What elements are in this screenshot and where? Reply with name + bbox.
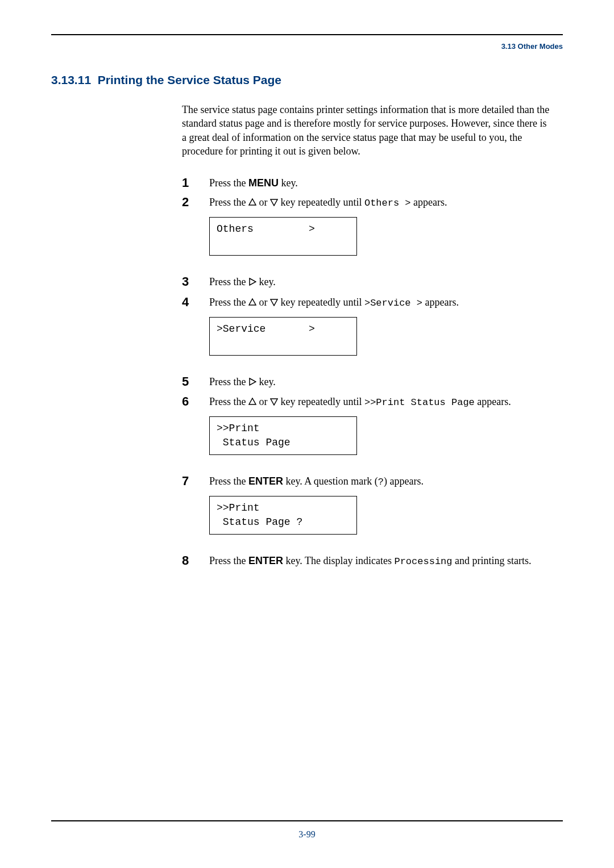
lcd-display-service: >Service > [209, 317, 357, 356]
step-text: Press the [209, 396, 248, 407]
menu-key-label: MENU [248, 177, 279, 189]
step-text: Press the [209, 177, 248, 189]
step-text: Press the [209, 555, 248, 566]
step-text-mid: key repeatedly until [278, 297, 364, 308]
step-text-mid: key repeatedly until [278, 396, 364, 407]
triangle-down-icon [270, 395, 278, 409]
enter-key-label: ENTER [248, 475, 283, 487]
bottom-rule [51, 820, 563, 821]
mono-text: >>Print Status Page [364, 397, 475, 408]
intro-paragraph: The service status page contains printer… [182, 103, 551, 158]
step-number: 3 [182, 275, 209, 289]
triangle-right-icon [248, 375, 256, 389]
step-body: Press the or key repeatedly until >>Prin… [209, 395, 551, 469]
svg-marker-2 [250, 278, 256, 285]
triangle-up-icon [248, 296, 256, 310]
mono-text: Others > [364, 198, 411, 208]
section-title-number: 3.13.11 [51, 73, 91, 86]
step-text-suffix: key. [256, 276, 276, 287]
svg-marker-5 [250, 378, 256, 385]
step-text: Press the [209, 475, 248, 487]
triangle-down-icon [270, 196, 278, 210]
section-title: 3.13.11 Printing the Service Status Page [51, 73, 563, 87]
header-section-label: 3.13 Other Modes [51, 42, 563, 51]
svg-marker-3 [249, 299, 256, 305]
step-text-suffix: appears. [422, 297, 459, 308]
step-text-suffix: ) appears. [384, 475, 424, 487]
triangle-up-icon [248, 196, 256, 210]
step-body: Press the or key repeatedly until Others… [209, 195, 551, 269]
step-8: 8 Press the ENTER key. The display indic… [182, 554, 551, 569]
svg-marker-6 [249, 398, 256, 404]
svg-marker-4 [271, 299, 277, 306]
svg-marker-0 [249, 199, 256, 205]
step-6: 6 Press the or key repeatedly until >>Pr… [182, 395, 551, 469]
triangle-right-icon [248, 276, 256, 289]
step-text: Press the [209, 276, 248, 287]
step-text-suffix: appears. [475, 396, 511, 407]
step-text-mid: key repeatedly until [278, 197, 364, 208]
step-1: 1 Press the MENU key. [182, 176, 551, 190]
step-text: Press the [209, 376, 248, 387]
step-number: 4 [182, 295, 209, 309]
step-7: 7 Press the ENTER key. A question mark (… [182, 474, 551, 548]
lcd-display-others: Others > [209, 217, 357, 256]
mono-text: >Service > [364, 298, 422, 308]
step-body: Press the key. [209, 375, 551, 389]
mono-text: ? [378, 477, 384, 487]
step-number: 5 [182, 375, 209, 389]
step-text: Press the [209, 297, 248, 308]
step-5: 5 Press the key. [182, 375, 551, 389]
mono-text: Processing [394, 556, 452, 567]
step-number: 7 [182, 474, 209, 488]
triangle-up-icon [248, 395, 256, 409]
step-text-suffix: key. [256, 376, 276, 387]
svg-marker-1 [271, 199, 277, 206]
step-3: 3 Press the key. [182, 275, 551, 289]
lcd-display-print-status: >>Print Status Page [209, 416, 357, 455]
step-text-mid: key. A question mark ( [283, 475, 378, 487]
step-text-suffix: and printing starts. [453, 555, 532, 566]
step-text-suffix: key. [279, 177, 298, 189]
step-body: Press the MENU key. [209, 176, 551, 190]
top-rule [51, 34, 563, 35]
step-body: Press the or key repeatedly until >Servi… [209, 295, 551, 369]
step-number: 1 [182, 176, 209, 190]
step-body: Press the ENTER key. The display indicat… [209, 554, 551, 569]
page-number: 3-99 [51, 829, 563, 840]
lcd-display-print-status-question: >>Print Status Page ? [209, 496, 357, 535]
step-text-mid: key. The display indicates [283, 555, 394, 566]
step-text: Press the [209, 197, 248, 208]
step-body: Press the ENTER key. A question mark (?)… [209, 474, 551, 548]
section-title-text: Printing the Service Status Page [98, 73, 281, 86]
step-text-suffix: appears. [411, 197, 447, 208]
step-2: 2 Press the or key repeatedly until Othe… [182, 195, 551, 269]
enter-key-label: ENTER [248, 555, 283, 566]
step-4: 4 Press the or key repeatedly until >Ser… [182, 295, 551, 369]
svg-marker-7 [271, 399, 277, 405]
step-number: 6 [182, 395, 209, 408]
step-body: Press the key. [209, 275, 551, 289]
step-number: 2 [182, 195, 209, 209]
triangle-down-icon [270, 296, 278, 310]
step-number: 8 [182, 554, 209, 567]
